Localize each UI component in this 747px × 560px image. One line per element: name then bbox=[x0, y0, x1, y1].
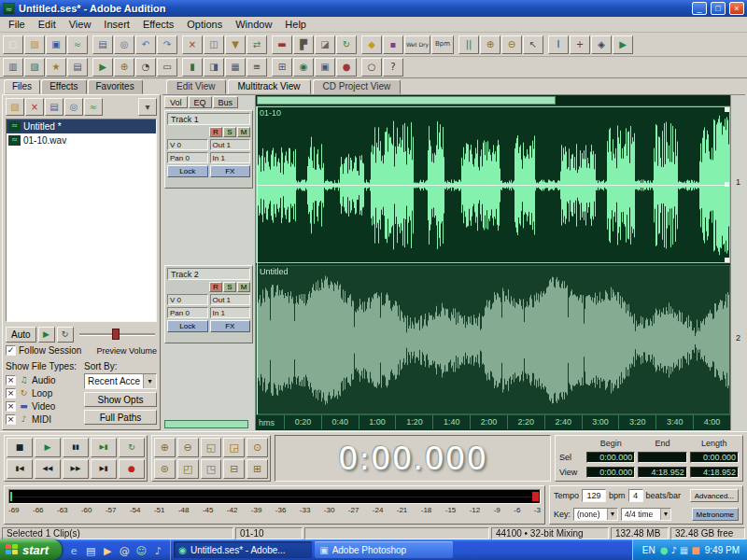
menu-item[interactable]: Insert bbox=[97, 18, 136, 31]
file-item[interactable]: ≈ 01-10.wav bbox=[7, 133, 156, 147]
clip-indicator[interactable] bbox=[532, 492, 539, 501]
language-indicator[interactable]: EN bbox=[642, 545, 655, 555]
find-beats-icon[interactable]: || bbox=[458, 35, 479, 54]
tab-cd-project-view[interactable]: CD Project View bbox=[313, 79, 402, 94]
zoom-out-full-button[interactable]: ⊟ bbox=[223, 459, 245, 479]
show-desktop-icon[interactable]: ▤ bbox=[83, 542, 98, 557]
cd-project-view-icon[interactable]: ◎ bbox=[114, 35, 134, 54]
end-value[interactable]: 4:18.952 bbox=[638, 467, 686, 478]
insert-into-multitrack-icon[interactable]: ▤ bbox=[45, 98, 63, 116]
solo-button[interactable]: S bbox=[223, 127, 236, 137]
file-type-checkbox[interactable]: × bbox=[6, 375, 16, 385]
metronome-button[interactable]: Metronome bbox=[692, 508, 739, 521]
network-tray-icon[interactable]: ▦ bbox=[680, 545, 688, 555]
tab-eq[interactable]: EQ bbox=[189, 96, 212, 108]
copy-icon[interactable]: ◫ bbox=[204, 35, 224, 54]
mute-clips-icon[interactable]: ▪ bbox=[383, 35, 403, 54]
preview-volume-slider[interactable] bbox=[79, 327, 157, 342]
ie-icon[interactable]: e bbox=[66, 542, 81, 557]
close-button[interactable]: × bbox=[729, 2, 744, 15]
track-fx-button[interactable]: FX bbox=[210, 165, 251, 177]
trim-icon[interactable]: ◪ bbox=[315, 35, 335, 54]
track-pan-field[interactable]: Pan 0 bbox=[167, 307, 208, 318]
start-button[interactable]: start bbox=[0, 539, 62, 560]
tab-multitrack-view[interactable]: Multitrack View bbox=[228, 79, 311, 94]
rewind-button[interactable]: ◀◀ bbox=[35, 459, 61, 479]
taskbar-task-audition[interactable]: ◉ Untitled.ses* - Adobe... bbox=[174, 541, 312, 558]
solo-button[interactable]: S bbox=[223, 282, 236, 292]
tab-edit-view[interactable]: Edit View bbox=[166, 79, 226, 94]
record-arm-button[interactable]: R bbox=[209, 127, 222, 137]
show-transport-icon[interactable]: ▶ bbox=[92, 58, 113, 77]
wet-dry-mix-icon[interactable]: Wet Dry bbox=[404, 35, 430, 54]
track-scrollbar[interactable]: 1 2 bbox=[730, 95, 745, 430]
cue-list-icon[interactable]: ● bbox=[336, 58, 357, 77]
insert-into-cd-icon[interactable]: ◎ bbox=[64, 98, 83, 116]
show-organizer-icon[interactable]: ▤ bbox=[67, 58, 88, 77]
record-button[interactable]: ● bbox=[119, 459, 145, 479]
show-mixer-icon[interactable]: ▦ bbox=[225, 58, 246, 77]
file-options-icon[interactable]: ▾ bbox=[138, 98, 157, 116]
clip-handle[interactable] bbox=[725, 182, 729, 187]
track-input-field[interactable]: In 1 bbox=[210, 152, 251, 163]
go-to-end-button[interactable]: ▶▮ bbox=[91, 459, 117, 479]
show-favorites-icon[interactable]: ★ bbox=[46, 58, 66, 77]
zoom-out-vertical-button[interactable]: ⊚ bbox=[154, 459, 176, 479]
horizontal-scrollbar[interactable] bbox=[256, 95, 730, 106]
show-load-meter-icon[interactable]: ≡ bbox=[247, 58, 267, 77]
show-sel-view-icon[interactable]: ▭ bbox=[157, 58, 177, 77]
mute-button[interactable]: M bbox=[237, 127, 250, 137]
tab-vol[interactable]: Vol bbox=[164, 96, 188, 108]
tab-effects[interactable]: Effects bbox=[41, 79, 86, 94]
track-lock-button[interactable]: Lock bbox=[167, 165, 208, 177]
help-icon[interactable]: ? bbox=[383, 58, 403, 77]
close-file-icon[interactable]: × bbox=[25, 98, 44, 116]
edit-file-icon[interactable]: ≈ bbox=[84, 98, 103, 116]
file-type-checkbox[interactable]: × bbox=[6, 401, 16, 412]
scrub-tool-icon[interactable]: ▶ bbox=[613, 35, 633, 54]
track-output-field[interactable]: Out 1 bbox=[210, 139, 251, 150]
show-time-window-icon[interactable]: ◔ bbox=[135, 58, 156, 77]
tab-files[interactable]: Files bbox=[4, 79, 40, 94]
track-name-field[interactable]: Track 2 bbox=[167, 268, 250, 280]
begin-value[interactable]: 0:00.000 bbox=[586, 467, 635, 478]
menu-item[interactable]: Options bbox=[180, 18, 229, 31]
delete-clip-icon[interactable]: ▬ bbox=[272, 35, 292, 54]
track-lock-button[interactable]: Lock bbox=[167, 320, 208, 332]
zoom-out-icon[interactable]: ⊖ bbox=[501, 35, 522, 54]
track-name-field[interactable]: Track 1 bbox=[167, 113, 250, 125]
track-controls-scrollbar[interactable] bbox=[164, 420, 248, 428]
stop-button[interactable]: ■ bbox=[7, 438, 33, 457]
antivirus-tray-icon[interactable]: ■ bbox=[691, 545, 699, 555]
length-value[interactable]: 0:00.000 bbox=[690, 452, 739, 463]
pause-button[interactable]: ▮▮ bbox=[63, 438, 89, 457]
auto-play-button[interactable]: Auto bbox=[6, 327, 36, 343]
show-level-meters-icon[interactable]: ▮ bbox=[182, 58, 203, 77]
mix-paste-icon[interactable]: ⇄ bbox=[247, 35, 267, 54]
track-pan-field[interactable]: Pan 0 bbox=[167, 152, 208, 163]
scripts-icon[interactable]: ▣ bbox=[315, 58, 335, 77]
move-tool-icon[interactable]: + bbox=[570, 35, 590, 54]
audio-clip-track1[interactable]: 01-10 bbox=[256, 106, 730, 263]
play-looped-button[interactable]: ↻ bbox=[119, 438, 145, 457]
mail-icon[interactable]: @ bbox=[117, 542, 132, 557]
zoom-full-button[interactable]: ◱ bbox=[201, 438, 222, 457]
record-arm-button[interactable]: R bbox=[209, 282, 222, 292]
menu-item[interactable]: Effects bbox=[136, 18, 180, 31]
file-type-checkbox[interactable]: × bbox=[6, 414, 16, 425]
file-item[interactable]: ≈ Untitled * bbox=[7, 119, 156, 133]
play-list-icon[interactable]: ○ bbox=[361, 58, 382, 77]
cut-icon[interactable]: × bbox=[182, 35, 203, 54]
show-session-properties-icon[interactable]: ◨ bbox=[204, 58, 224, 77]
arrow-tool-icon[interactable]: ↖ bbox=[523, 35, 543, 54]
minimize-button[interactable]: _ bbox=[692, 2, 707, 15]
zoom-in-icon[interactable]: ⊕ bbox=[480, 35, 500, 54]
track-input-field[interactable]: In 1 bbox=[210, 307, 251, 318]
snapping-icon[interactable]: ⊞ bbox=[272, 58, 292, 77]
music-app-icon[interactable]: ♪ bbox=[150, 542, 165, 557]
tab-favorites[interactable]: Favorites bbox=[88, 79, 143, 94]
redo-icon[interactable]: ↷ bbox=[157, 35, 177, 54]
save-session-icon[interactable]: ▣ bbox=[46, 35, 66, 54]
clip-handle[interactable] bbox=[725, 107, 729, 112]
playhead-cursor[interactable] bbox=[257, 106, 258, 429]
